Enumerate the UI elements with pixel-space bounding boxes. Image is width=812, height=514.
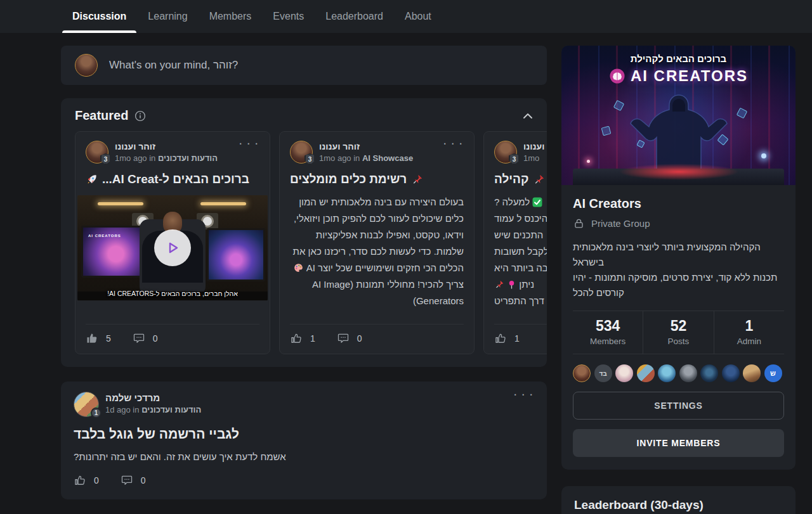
- post-title-text: קהילה: [494, 172, 528, 186]
- pushpin-icon: [494, 279, 504, 290]
- member-avatar-initials[interactable]: ש: [764, 364, 782, 382]
- member-avatar-initials[interactable]: בד: [594, 364, 612, 382]
- round-pin-icon: [507, 280, 516, 290]
- like-count: 1: [514, 333, 520, 344]
- post-title[interactable]: ברוכים הבאים ל-AI Creat...: [86, 172, 259, 186]
- author-name[interactable]: זוהר וענונו: [523, 141, 547, 151]
- video-thumbnail[interactable]: AI CREATORS אהלן חברים, ברוכים הבאים ל-A…: [77, 195, 268, 300]
- tab-leaderboard[interactable]: Leaderboard: [325, 0, 383, 33]
- post-time: 1d ago in: [105, 405, 140, 414]
- featured-title: Featured: [75, 108, 128, 123]
- member-avatar[interactable]: [700, 364, 718, 382]
- featured-cards-row: 3 זוהר וענונו 1mo ago in הודעות ועדכונים…: [75, 131, 547, 354]
- rocket-icon: [86, 174, 98, 186]
- post-time: 1mo: [523, 153, 539, 163]
- group-description-line: תכנות ללא קוד, יצירת סרטים, מוסיקה ותמונ…: [573, 270, 784, 300]
- post-body-line: בה ביותר היא: [494, 260, 547, 276]
- author-avatar[interactable]: 3: [290, 141, 313, 164]
- group-banner-image[interactable]: ברוכים הבאים לקהילת AI CREATORS: [561, 46, 796, 185]
- leaderboard-title: Leaderboard (30-days): [574, 498, 783, 512]
- green-check-icon: [532, 197, 542, 207]
- post-footer: 1: [494, 324, 547, 345]
- member-avatar[interactable]: [637, 364, 655, 382]
- monitor-right-decoration: [207, 228, 265, 281]
- tab-members[interactable]: Members: [209, 0, 252, 33]
- author-avatar[interactable]: 3: [494, 141, 517, 164]
- tab-events[interactable]: Events: [273, 0, 304, 33]
- group-privacy-row: Private Group: [573, 217, 784, 229]
- featured-post-welcome[interactable]: 3 זוהר וענונו 1mo ago in הודעות ועדכונים…: [75, 131, 270, 354]
- feed-post-google-signup[interactable]: 1 מרדכי שלמה 1d ago in הודעות ועדכונים ל…: [61, 382, 547, 499]
- member-avatar[interactable]: [743, 364, 761, 382]
- invite-members-button[interactable]: INVITE MEMBERS: [573, 429, 784, 457]
- post-meta: 1mo: [523, 153, 547, 163]
- video-caption: אהלן חברים, ברוכים הבאים ל-AI CREATORS!: [77, 290, 268, 297]
- like-button-thumb-icon[interactable]: [494, 332, 507, 345]
- play-button[interactable]: [154, 229, 191, 266]
- member-avatar[interactable]: [573, 364, 591, 382]
- comment-button-bubble-icon[interactable]: [121, 474, 133, 487]
- member-avatar[interactable]: [722, 364, 740, 382]
- stat-admin[interactable]: 1 Admin: [714, 311, 784, 354]
- tab-about[interactable]: About: [405, 0, 431, 33]
- post-footer: 1 0: [290, 324, 464, 345]
- studio-light-decoration: [200, 202, 246, 205]
- post-menu-ellipsis-icon[interactable]: [443, 141, 464, 164]
- group-description-line: הקהילה המקצועית ביותר ליוצרי בינה מלאכות…: [573, 240, 784, 270]
- author-avatar[interactable]: 1: [74, 392, 99, 417]
- member-avatar[interactable]: [615, 364, 633, 382]
- stat-members[interactable]: 534 Members: [573, 311, 643, 354]
- post-title-text: רשימת כלים מומלצים: [290, 172, 407, 186]
- featured-post-tools-list[interactable]: 3 זוהר וענונו 1mo ago in AI Showcase רשי…: [279, 131, 475, 354]
- stat-label: Members: [573, 337, 643, 346]
- post-meta: 1mo ago in AI Showcase: [319, 153, 413, 163]
- author-name[interactable]: זוהר וענונו: [319, 141, 413, 151]
- stat-label: Admin: [714, 337, 784, 346]
- main-layout: What's on your mind, זוהר? Featured 3: [0, 33, 812, 514]
- tab-learning[interactable]: Learning: [148, 0, 187, 33]
- post-menu-ellipsis-icon[interactable]: [514, 392, 534, 417]
- stat-value: 534: [573, 318, 643, 335]
- post-composer[interactable]: What's on your mind, זוהר?: [61, 46, 547, 85]
- author-avatar[interactable]: 3: [86, 141, 108, 164]
- post-menu-ellipsis-icon[interactable]: [239, 141, 259, 164]
- featured-post-community[interactable]: 3 זוהר וענונו 1mo קהילה: [483, 131, 547, 354]
- author-name[interactable]: מרדכי שלמה: [105, 392, 201, 403]
- post-title[interactable]: קהילה: [494, 172, 547, 186]
- comment-count: 0: [141, 475, 146, 485]
- comment-button-bubble-icon[interactable]: [337, 332, 350, 345]
- settings-button[interactable]: SETTINGS: [573, 392, 784, 420]
- member-avatars-row: בד ש: [573, 364, 784, 382]
- stat-value: 52: [643, 318, 713, 335]
- post-meta: 1d ago in הודעות ועדכונים: [105, 405, 201, 414]
- post-body-line: ניתן: [494, 276, 547, 293]
- member-avatar[interactable]: [679, 364, 697, 382]
- lock-icon: [573, 217, 585, 229]
- post-title[interactable]: לגביי הרשמה של גוגל בלבד: [74, 427, 534, 442]
- info-icon[interactable]: [134, 110, 146, 122]
- like-button-thumb-icon[interactable]: [86, 332, 98, 345]
- tab-discussion[interactable]: Discussion: [72, 0, 126, 33]
- post-title[interactable]: רשימת כלים מומלצים: [290, 172, 464, 186]
- comment-count: 0: [357, 333, 362, 344]
- post-channel[interactable]: הודעות ועדכונים: [158, 153, 218, 163]
- level-badge: 3: [304, 153, 315, 165]
- post-channel[interactable]: הודעות ועדכונים: [141, 405, 201, 414]
- post-time: 1mo ago in: [319, 153, 360, 163]
- group-privacy-label: Private Group: [591, 218, 650, 229]
- like-button-thumb-icon[interactable]: [74, 474, 86, 487]
- member-avatar[interactable]: [658, 364, 676, 382]
- featured-section: Featured 3 זוהר וענונו: [61, 98, 547, 367]
- author-name[interactable]: זוהר וענונו: [115, 141, 218, 151]
- pushpin-icon: [411, 174, 423, 186]
- post-channel[interactable]: AI Showcase: [362, 153, 413, 163]
- keyboard-glow-decoration: [619, 164, 739, 180]
- comment-button-bubble-icon[interactable]: [133, 332, 145, 345]
- post-title-text: ברוכים הבאים ל-AI Creat...: [102, 172, 249, 186]
- stat-posts[interactable]: 52 Posts: [643, 311, 713, 354]
- post-body: למעלה ? היכנס ל עמוד התכנים שיש לקבל תשו…: [494, 194, 547, 309]
- post-body: אשמח לדעת איך עושים את זה. והאם יש בזה י…: [74, 451, 534, 462]
- like-button-thumb-icon[interactable]: [290, 332, 303, 345]
- post-footer: 5 0: [86, 324, 259, 345]
- collapse-chevron-up-icon[interactable]: [523, 113, 533, 119]
